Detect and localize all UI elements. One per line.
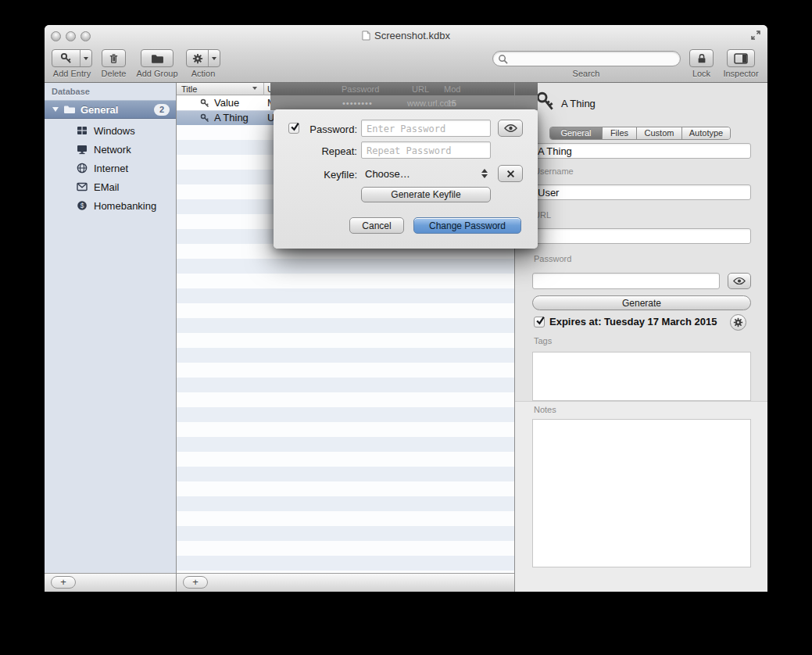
svg-text:$: $ xyxy=(80,202,84,209)
inspector-label: Inspector xyxy=(715,69,767,79)
action-dropdown[interactable] xyxy=(208,50,220,66)
sort-indicator-icon xyxy=(252,87,257,90)
list-bottom-bar xyxy=(177,573,514,592)
chevron-down-icon xyxy=(84,57,88,60)
tab-autotype[interactable]: Autotype xyxy=(681,127,730,139)
reveal-password-button[interactable] xyxy=(728,273,751,289)
generate-keyfile-button[interactable]: Generate Keyfile xyxy=(361,187,491,202)
key-icon xyxy=(52,50,80,66)
tab-files[interactable]: Files xyxy=(602,127,636,139)
sidebar-item-internet[interactable]: Internet xyxy=(45,159,177,177)
sidebar-item-network[interactable]: Network xyxy=(45,140,177,159)
column-header-password: Password xyxy=(342,84,379,94)
window-title-area: Screenshot.kdbx xyxy=(45,30,767,42)
sidebar-item-homebanking[interactable]: $ Homebanking xyxy=(45,196,177,215)
inspector-panel-icon xyxy=(734,53,748,64)
search-box[interactable] xyxy=(492,51,681,66)
tab-general[interactable]: General xyxy=(550,127,602,139)
dialog-password-input[interactable] xyxy=(361,120,491,137)
sidebar-item-label: Windows xyxy=(94,125,135,137)
windows-icon xyxy=(77,125,88,136)
popup-stepper-icon xyxy=(481,169,488,178)
folder-icon xyxy=(63,105,76,114)
username-field[interactable] xyxy=(532,184,751,200)
lock-icon xyxy=(696,53,707,64)
key-icon xyxy=(200,113,209,123)
fullscreen-icon[interactable] xyxy=(750,30,761,44)
cancel-button[interactable]: Cancel xyxy=(349,217,404,234)
notes-field[interactable] xyxy=(532,419,751,567)
url-field[interactable] xyxy=(532,228,751,244)
dimmed-column-headers: Password URL Mod xyxy=(270,83,538,95)
sidebar-item-windows[interactable]: Windows xyxy=(45,121,177,140)
add-group-plus-button[interactable]: + xyxy=(51,576,76,589)
action-label: Action xyxy=(181,69,225,79)
dialog-password-label: Password: xyxy=(289,123,357,135)
add-group-button[interactable] xyxy=(141,49,173,67)
column-header-modified: Mod xyxy=(444,84,460,94)
column-divider[interactable] xyxy=(263,83,264,95)
checkmark-icon xyxy=(535,316,546,326)
key-icon xyxy=(535,91,556,116)
delete-label: Delete xyxy=(92,69,135,79)
expires-settings-button[interactable] xyxy=(730,314,746,331)
sidebar-item-label: Network xyxy=(94,144,131,156)
trash-icon xyxy=(108,52,120,64)
homebanking-icon: $ xyxy=(77,200,88,211)
dimmed-row-values: •••••••• www.url.com 15 xyxy=(270,95,538,110)
tab-custom[interactable]: Custom xyxy=(636,127,681,139)
sidebar-list-divider[interactable] xyxy=(176,83,177,592)
entry-modified: 15 xyxy=(447,98,456,108)
username-label: Username xyxy=(534,166,574,176)
column-header-title[interactable]: Title xyxy=(181,84,197,94)
sidebar-item-email[interactable]: EMail xyxy=(45,177,177,196)
close-x-icon xyxy=(506,170,515,178)
folder-icon xyxy=(151,53,164,64)
desktop-background: Screenshot.kdbx Add Entry Delete Add Gro… xyxy=(0,0,812,655)
password-label: Password xyxy=(534,254,571,263)
password-field[interactable] xyxy=(532,273,720,289)
email-envelope-icon xyxy=(77,182,88,191)
tags-field[interactable] xyxy=(532,352,751,401)
window-title: Screenshot.kdbx xyxy=(374,30,450,41)
sidebar-group-label: General xyxy=(80,104,118,116)
inspector-entry-title: A Thing xyxy=(561,98,596,109)
search-label: Search xyxy=(563,69,610,79)
lock-button[interactable] xyxy=(689,49,714,67)
clear-keyfile-button[interactable] xyxy=(498,165,523,182)
inspector-tabs: General Files Custom Autotype xyxy=(549,127,731,140)
gear-icon xyxy=(187,50,208,66)
title-field[interactable] xyxy=(532,143,751,159)
document-icon xyxy=(362,30,370,41)
search-input[interactable] xyxy=(511,53,675,64)
entry-count-badge: 2 xyxy=(154,104,170,116)
gear-icon xyxy=(733,317,743,328)
dialog-repeat-label: Repeat: xyxy=(289,145,357,157)
add-entry-label: Add Entry xyxy=(47,69,97,79)
keyfile-popup-value: Choose… xyxy=(365,168,410,180)
disclosure-triangle-icon[interactable] xyxy=(52,107,59,112)
delete-button[interactable] xyxy=(102,49,126,67)
sidebar-group-general[interactable]: General 2 xyxy=(45,100,177,119)
eye-icon xyxy=(733,277,746,285)
dialog-repeat-input[interactable] xyxy=(361,141,491,159)
expires-label: Expires at: Tuesday 17 March 2015 xyxy=(549,316,717,328)
inspector-button[interactable] xyxy=(727,49,755,67)
key-icon xyxy=(200,98,209,108)
dialog-reveal-password-button[interactable] xyxy=(498,120,523,137)
sidebar-section-header: Database xyxy=(52,87,90,96)
entry-title: Value xyxy=(214,97,239,109)
add-entry-button[interactable] xyxy=(52,49,92,67)
keyfile-popup-button[interactable]: Choose… xyxy=(361,165,494,182)
add-entry-dropdown[interactable] xyxy=(80,50,91,66)
chevron-down-icon xyxy=(212,57,216,60)
generate-password-button[interactable]: Generate xyxy=(532,295,751,310)
action-button[interactable] xyxy=(186,49,220,67)
column-header-url: URL xyxy=(412,84,429,94)
change-password-button[interactable]: Change Password xyxy=(413,217,521,234)
eye-icon xyxy=(504,123,517,133)
entry-title: A Thing xyxy=(214,112,249,123)
dialog-keyfile-label: Keyfile: xyxy=(289,169,357,181)
add-entry-plus-button[interactable]: + xyxy=(183,576,208,589)
expires-checkbox[interactable] xyxy=(534,317,545,328)
